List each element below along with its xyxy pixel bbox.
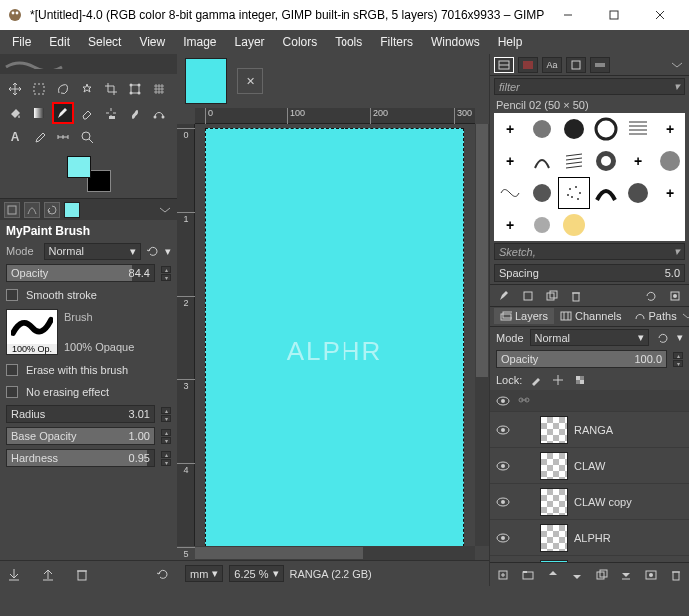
layer-thumbnail[interactable] bbox=[540, 452, 568, 480]
brush-cell[interactable] bbox=[526, 209, 558, 241]
zoom-dropdown[interactable]: 6.25 %▾ bbox=[229, 565, 283, 582]
new-layer-icon[interactable] bbox=[496, 567, 511, 583]
horizontal-scrollbar[interactable] bbox=[195, 546, 475, 560]
layer-opacity-slider[interactable]: Opacity 100.0 bbox=[496, 350, 667, 368]
duplicate-layer-icon[interactable] bbox=[595, 567, 610, 583]
merge-layer-icon[interactable] bbox=[619, 567, 634, 583]
eye-icon[interactable] bbox=[494, 461, 512, 471]
vertical-ruler[interactable]: 0 1 2 3 4 5 bbox=[177, 124, 195, 546]
dock-menu-icon[interactable] bbox=[669, 57, 685, 73]
brush-grid-new[interactable]: + bbox=[494, 209, 526, 241]
delete-layer-icon[interactable] bbox=[668, 567, 683, 583]
tool-transform[interactable] bbox=[124, 78, 146, 100]
erase-checkbox[interactable]: Erase with this brush bbox=[0, 359, 177, 381]
tab-layers[interactable]: Layers bbox=[494, 308, 554, 324]
window-maximize-button[interactable] bbox=[591, 0, 637, 30]
menu-windows[interactable]: Windows bbox=[423, 32, 488, 52]
brush-cell[interactable] bbox=[526, 177, 558, 209]
tool-fuzzy-select[interactable] bbox=[76, 78, 98, 100]
tool-gradient[interactable] bbox=[28, 102, 50, 124]
brush-grid-new[interactable]: + bbox=[622, 145, 654, 177]
tab-undo-history[interactable] bbox=[44, 202, 60, 218]
brush-grid-new[interactable]: + bbox=[654, 113, 685, 145]
mode-reset-icon[interactable] bbox=[655, 330, 671, 346]
tab-tool-options[interactable] bbox=[4, 202, 20, 218]
brush-cell[interactable] bbox=[494, 177, 526, 209]
brush-filter-dropdown[interactable]: filter ▾ bbox=[494, 78, 685, 95]
vertical-scrollbar[interactable] bbox=[475, 124, 489, 546]
window-minimize-button[interactable] bbox=[545, 0, 591, 30]
tool-move[interactable] bbox=[4, 78, 26, 100]
brush-cell[interactable] bbox=[654, 145, 685, 177]
unit-dropdown[interactable]: mm▾ bbox=[185, 565, 223, 582]
brush-cell[interactable] bbox=[558, 209, 590, 241]
delete-brush-icon[interactable] bbox=[568, 288, 584, 304]
spacing-slider[interactable]: Spacing 5.0 bbox=[494, 264, 685, 282]
brush-grid-new[interactable]: + bbox=[494, 145, 526, 177]
tab-fonts[interactable]: Aa bbox=[542, 57, 562, 73]
canvas-viewport[interactable]: ALPHR bbox=[195, 124, 475, 546]
menu-select[interactable]: Select bbox=[80, 32, 129, 52]
brush-cell[interactable] bbox=[558, 113, 590, 145]
hardness-slider[interactable]: Hardness 0.95 bbox=[6, 449, 155, 467]
refresh-brushes-icon[interactable] bbox=[643, 288, 659, 304]
tool-measure[interactable] bbox=[52, 126, 74, 148]
mask-layer-icon[interactable] bbox=[644, 567, 659, 583]
image-tab-close[interactable]: ✕ bbox=[237, 68, 263, 94]
color-swatch[interactable] bbox=[67, 156, 111, 192]
tab-brushes[interactable] bbox=[494, 57, 514, 73]
noerase-checkbox[interactable]: No erasing effect bbox=[0, 381, 177, 403]
layer-opacity-spinner[interactable]: ▴▾ bbox=[673, 352, 683, 367]
radius-slider[interactable]: Radius 3.01 bbox=[6, 405, 155, 423]
brush-cell[interactable] bbox=[654, 209, 685, 241]
tool-zoom[interactable] bbox=[76, 126, 98, 148]
tool-path[interactable] bbox=[148, 102, 170, 124]
tab-gradients[interactable] bbox=[590, 57, 610, 73]
smooth-stroke-checkbox[interactable]: Smooth stroke bbox=[0, 284, 177, 306]
brush-cell[interactable] bbox=[590, 177, 622, 209]
eye-icon[interactable] bbox=[494, 533, 512, 543]
brush-cell[interactable] bbox=[622, 113, 654, 145]
eye-icon[interactable] bbox=[494, 396, 512, 406]
tool-eraser[interactable] bbox=[76, 102, 98, 124]
tab-patterns[interactable] bbox=[518, 57, 538, 73]
baseop-slider[interactable]: Base Opacity 1.00 bbox=[6, 427, 155, 445]
layer-row[interactable]: CLAW bbox=[490, 448, 689, 484]
brush-grid[interactable]: + + + + + + bbox=[494, 113, 685, 241]
open-as-image-icon[interactable] bbox=[667, 288, 683, 304]
eye-icon[interactable] bbox=[494, 425, 512, 435]
brush-preview[interactable]: 100% Op. bbox=[6, 309, 58, 355]
save-preset-icon[interactable] bbox=[6, 566, 22, 582]
layer-name[interactable]: RANGA bbox=[574, 424, 685, 436]
horizontal-ruler[interactable]: 0 100 200 300 bbox=[195, 108, 475, 124]
canvas[interactable]: ALPHR bbox=[205, 128, 464, 546]
tab-device-status[interactable] bbox=[24, 202, 40, 218]
layer-mode-dropdown[interactable]: Normal ▾ bbox=[530, 329, 649, 346]
layer-name[interactable]: CLAW bbox=[574, 460, 685, 472]
layer-thumbnail[interactable] bbox=[540, 524, 568, 552]
brush-cell[interactable] bbox=[590, 113, 622, 145]
raise-layer-icon[interactable] bbox=[545, 567, 560, 583]
tab-images[interactable] bbox=[64, 202, 80, 218]
tool-mypaint-brush[interactable] bbox=[52, 102, 74, 124]
window-close-button[interactable] bbox=[637, 0, 683, 30]
new-layer-group-icon[interactable] bbox=[521, 567, 536, 583]
layer-row[interactable]: ALPHR bbox=[490, 520, 689, 556]
menu-tools[interactable]: Tools bbox=[327, 32, 370, 52]
baseop-spinner[interactable]: ▴▾ bbox=[161, 429, 171, 444]
menu-image[interactable]: Image bbox=[175, 32, 224, 52]
dock-menu-icon[interactable] bbox=[683, 308, 689, 324]
menu-layer[interactable]: Layer bbox=[227, 32, 273, 52]
radius-spinner[interactable]: ▴▾ bbox=[161, 407, 171, 422]
hardness-spinner[interactable]: ▴▾ bbox=[161, 451, 171, 466]
chevron-down-icon[interactable]: ▾ bbox=[165, 245, 171, 258]
mode-reset-icon[interactable] bbox=[145, 243, 161, 259]
tab-document-history[interactable] bbox=[566, 57, 586, 73]
brush-grid-new[interactable]: + bbox=[654, 177, 685, 209]
tool-clone[interactable] bbox=[100, 102, 122, 124]
brush-cell[interactable] bbox=[622, 177, 654, 209]
brush-cell[interactable] bbox=[590, 145, 622, 177]
dock-menu-icon[interactable] bbox=[157, 202, 173, 218]
menu-filters[interactable]: Filters bbox=[372, 32, 421, 52]
menu-colors[interactable]: Colors bbox=[275, 32, 326, 52]
